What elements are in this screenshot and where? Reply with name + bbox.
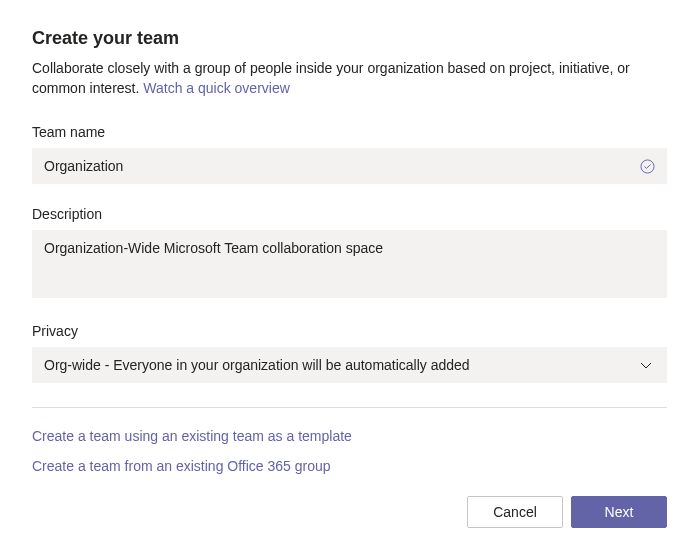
description-field: Description Organization-Wide Microsoft … <box>32 206 667 301</box>
svg-point-0 <box>640 160 653 173</box>
o365-link[interactable]: Create a team from an existing Office 36… <box>32 458 667 474</box>
team-name-input[interactable] <box>32 148 667 184</box>
dialog-title: Create your team <box>32 28 667 49</box>
team-name-field: Team name <box>32 124 667 184</box>
team-name-input-wrapper <box>32 148 667 184</box>
subtitle-text: Collaborate closely with a group of peop… <box>32 60 630 96</box>
divider <box>32 407 667 408</box>
description-label: Description <box>32 206 667 222</box>
privacy-label: Privacy <box>32 323 667 339</box>
overview-link[interactable]: Watch a quick overview <box>143 80 290 96</box>
dialog-footer: Cancel Next <box>32 496 667 528</box>
privacy-field: Privacy Org-wide - Everyone in your orga… <box>32 323 667 383</box>
next-button[interactable]: Next <box>571 496 667 528</box>
description-input[interactable]: Organization-Wide Microsoft Team collabo… <box>32 230 667 298</box>
privacy-select[interactable]: Org-wide - Everyone in your organization… <box>32 347 667 383</box>
cancel-button[interactable]: Cancel <box>467 496 563 528</box>
dialog-subtitle: Collaborate closely with a group of peop… <box>32 59 667 98</box>
template-link[interactable]: Create a team using an existing team as … <box>32 428 667 444</box>
team-name-label: Team name <box>32 124 667 140</box>
checkmark-circle-icon <box>639 158 655 174</box>
privacy-select-wrapper: Org-wide - Everyone in your organization… <box>32 347 667 383</box>
